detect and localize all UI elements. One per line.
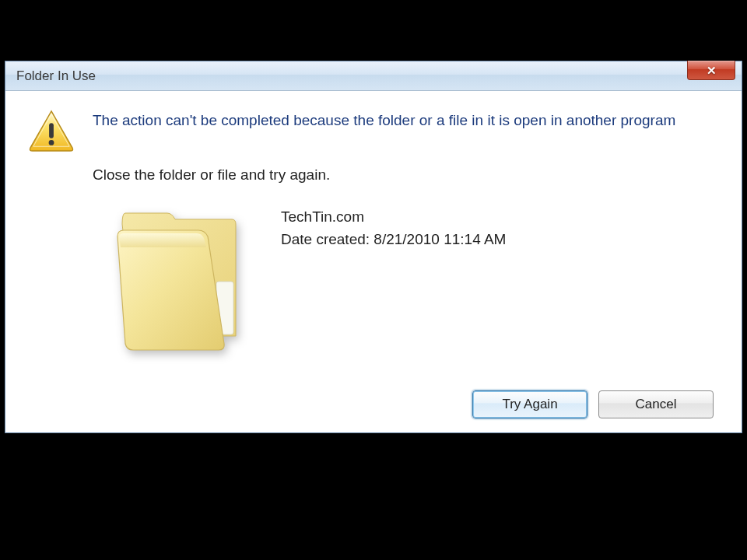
message-row: The action can't be completed because th…: [27, 109, 720, 152]
dialog-title: Folder In Use: [16, 68, 96, 84]
svg-point-1: [49, 140, 54, 145]
button-row: Try Again Cancel: [27, 390, 720, 418]
item-row: TechTin.com Date created: 8/21/2010 11:1…: [111, 204, 720, 359]
item-name: TechTin.com: [281, 205, 506, 228]
titlebar[interactable]: Folder In Use ✕: [5, 61, 742, 91]
close-button[interactable]: ✕: [687, 61, 735, 80]
cancel-button[interactable]: Cancel: [598, 390, 714, 418]
item-date-created: Date created: 8/21/2010 11:14 AM: [281, 228, 506, 250]
close-icon: ✕: [707, 65, 717, 76]
warning-icon: [27, 109, 75, 152]
instruction-text: Close the folder or file and try again.: [93, 166, 720, 184]
try-again-button[interactable]: Try Again: [472, 390, 587, 418]
error-message: The action can't be completed because th…: [93, 109, 720, 152]
dialog-content: The action can't be completed because th…: [5, 91, 742, 432]
folder-in-use-dialog: Folder In Use ✕: [5, 61, 742, 433]
item-details: TechTin.com Date created: 8/21/2010 11:1…: [281, 204, 506, 251]
folder-icon: [111, 204, 244, 359]
svg-rect-0: [49, 123, 54, 138]
